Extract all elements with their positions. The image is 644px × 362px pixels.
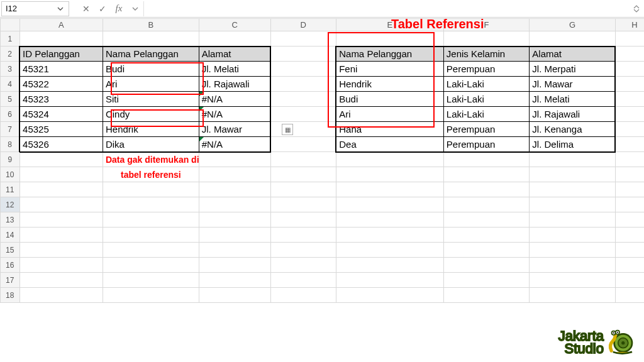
cell[interactable] — [199, 212, 270, 228]
cell[interactable]: Alamat — [199, 47, 270, 62]
cell[interactable] — [103, 228, 199, 243]
formula-dropdown-icon[interactable] — [127, 1, 143, 16]
cell[interactable] — [19, 288, 103, 303]
cell[interactable] — [19, 31, 103, 47]
cell[interactable]: Dea — [336, 137, 443, 152]
cell[interactable] — [615, 152, 644, 167]
cell[interactable] — [103, 31, 199, 47]
cell[interactable] — [615, 228, 644, 243]
cell[interactable]: 45326 — [19, 137, 103, 152]
cell[interactable] — [443, 288, 529, 303]
row-header[interactable]: 4 — [1, 77, 20, 92]
smart-tag-icon[interactable]: ▦ — [282, 124, 293, 135]
cell[interactable] — [443, 212, 529, 228]
cell[interactable] — [199, 288, 270, 303]
cell[interactable]: Budi — [336, 92, 443, 107]
cell[interactable]: tabel referensi — [103, 167, 199, 182]
cell[interactable] — [19, 273, 103, 288]
cell[interactable] — [336, 31, 443, 47]
cell[interactable] — [336, 167, 443, 182]
cell[interactable] — [199, 273, 270, 288]
cell[interactable] — [443, 197, 529, 212]
row-header[interactable]: 17 — [1, 273, 20, 288]
cell[interactable] — [199, 182, 270, 197]
cell[interactable] — [615, 77, 644, 92]
cell[interactable]: Ari — [103, 77, 199, 92]
cell[interactable] — [443, 273, 529, 288]
cell[interactable]: Jl. Kenanga — [530, 122, 615, 137]
cell[interactable] — [199, 258, 270, 273]
cell[interactable] — [270, 197, 336, 212]
cell[interactable]: 45324 — [19, 107, 103, 122]
cell[interactable] — [530, 167, 615, 182]
col-header[interactable]: C — [199, 19, 270, 31]
cell[interactable]: 45321 — [19, 62, 103, 77]
col-header[interactable]: D — [270, 19, 336, 31]
cell[interactable] — [199, 167, 270, 182]
cell[interactable]: Jl. Melati — [530, 92, 615, 107]
cell[interactable]: Perempuan — [443, 122, 529, 137]
cell[interactable] — [103, 197, 199, 212]
cell[interactable]: Laki-Laki — [443, 92, 529, 107]
cancel-formula-icon[interactable]: ✕ — [78, 1, 94, 16]
cell[interactable] — [270, 288, 336, 303]
cell[interactable] — [19, 152, 103, 167]
cell[interactable] — [199, 197, 270, 212]
cell[interactable]: 45325 — [19, 122, 103, 137]
cell[interactable] — [443, 152, 529, 167]
cell[interactable]: Hendrik — [103, 122, 199, 137]
cell[interactable]: 45322 — [19, 77, 103, 92]
formula-input[interactable] — [143, 1, 630, 16]
cell[interactable] — [530, 288, 615, 303]
cell[interactable]: Nama Pelanggan — [103, 47, 199, 62]
cell[interactable] — [103, 258, 199, 273]
cell[interactable]: Perempuan — [443, 62, 529, 77]
cell[interactable]: Data gak ditemukan di — [103, 152, 199, 167]
cell[interactable] — [443, 243, 529, 258]
cell[interactable]: Jl. Rajawali — [199, 77, 270, 92]
cell[interactable] — [270, 107, 336, 122]
cell[interactable] — [336, 197, 443, 212]
cell[interactable] — [615, 167, 644, 182]
cell[interactable] — [615, 31, 644, 47]
cell[interactable]: Jl. Mawar — [530, 77, 615, 92]
cell[interactable] — [199, 243, 270, 258]
cell[interactable] — [270, 182, 336, 197]
cell[interactable]: Jl. Merpati — [530, 62, 615, 77]
cell[interactable]: Laki-Laki — [443, 107, 529, 122]
cell[interactable] — [19, 182, 103, 197]
cell[interactable]: Hana — [336, 122, 443, 137]
cell[interactable] — [615, 212, 644, 228]
cell[interactable]: Perempuan — [443, 137, 529, 152]
cell[interactable]: Budi — [103, 62, 199, 77]
col-header[interactable]: B — [103, 19, 199, 31]
cell[interactable]: Nama Pelanggan — [336, 47, 443, 62]
cell[interactable] — [530, 152, 615, 167]
cell[interactable] — [270, 62, 336, 77]
col-header[interactable]: G — [530, 19, 615, 31]
cell[interactable] — [270, 77, 336, 92]
cell[interactable] — [615, 47, 644, 62]
cell[interactable] — [270, 92, 336, 107]
cell[interactable] — [270, 228, 336, 243]
cell[interactable] — [615, 92, 644, 107]
cell[interactable] — [199, 152, 270, 167]
cell[interactable] — [336, 243, 443, 258]
row-header[interactable]: 13 — [1, 212, 20, 228]
cell[interactable] — [530, 197, 615, 212]
cell[interactable] — [19, 258, 103, 273]
cell[interactable] — [270, 243, 336, 258]
row-header[interactable]: 8 — [1, 137, 20, 152]
cell[interactable]: Jenis Kelamin — [443, 47, 529, 62]
cell[interactable]: Feni — [336, 62, 443, 77]
cell[interactable] — [615, 273, 644, 288]
col-header[interactable]: H — [615, 19, 644, 31]
cell[interactable]: Laki-Laki — [443, 77, 529, 92]
cell[interactable]: Hendrik — [336, 77, 443, 92]
cell[interactable]: Ari — [336, 107, 443, 122]
cell[interactable]: Dika — [103, 137, 199, 152]
cell[interactable] — [336, 182, 443, 197]
cell[interactable] — [615, 122, 644, 137]
row-header[interactable]: 15 — [1, 243, 20, 258]
cell[interactable] — [103, 182, 199, 197]
